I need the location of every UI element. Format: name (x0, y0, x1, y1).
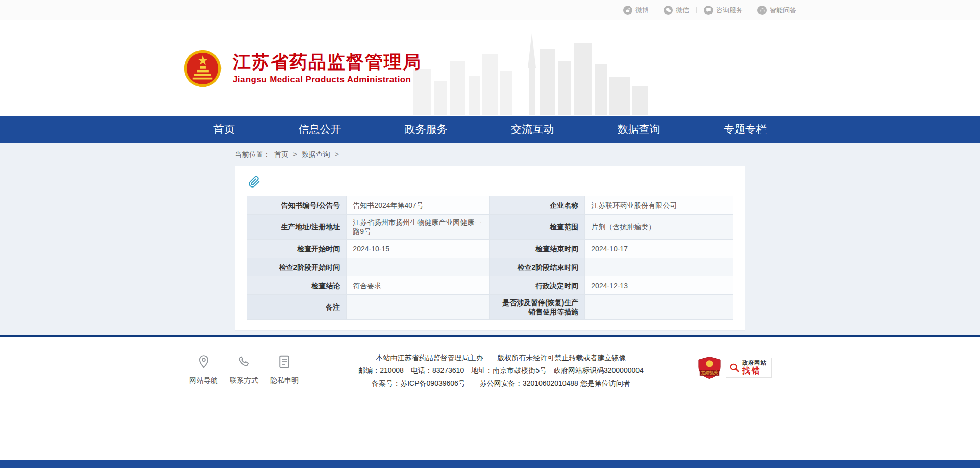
find-error-bottom-label: 找错 (742, 366, 767, 376)
gov-badge-label: 党政机关 (701, 370, 718, 375)
footer-link-sitemap[interactable]: 网站导航 (184, 352, 224, 385)
topbar-label: 微信 (676, 6, 689, 15)
field-value: 2024-10-15 (347, 240, 490, 258)
footer-link-label: 网站导航 (184, 376, 224, 385)
nav-item-special-topics[interactable]: 专题专栏 (720, 116, 771, 143)
field-value: 2024-12-13 (585, 276, 733, 295)
field-label: 生产地址/注册地址 (247, 215, 347, 240)
site-title-block: 江苏省药品监督管理局 Jiangsu Medical Products Admi… (233, 52, 422, 85)
field-label: 检查2阶段结束时间 (490, 258, 585, 276)
footer-info-line-2: 邮编：210008 电话：83273610 地址：南京市鼓楼街5号 政府网站标识… (304, 364, 698, 377)
headset-icon (757, 6, 767, 15)
field-value (585, 295, 733, 320)
field-value: 江苏省扬州市扬州生物健康产业园健康一路9号 (347, 215, 490, 240)
magnifier-icon (729, 363, 740, 373)
inspection-table: 告知书编号/公告号 告知书2024年第407号 企业名称 江苏联环药业股份有限公… (247, 196, 733, 320)
field-label: 检查2阶段开始时间 (247, 258, 347, 276)
footer-quick-links: 网站导航 联系方式 隐私申明 (184, 350, 304, 385)
page-title: 江苏省药品监督管理局 (233, 52, 422, 72)
topbar-item-consult-service[interactable]: 咨询服务 (704, 6, 743, 15)
breadcrumb-separator: > (335, 150, 339, 158)
field-label: 检查结论 (247, 276, 347, 295)
topbar-label: 智能问答 (770, 6, 796, 15)
find-error-top-label: 政府网站 (742, 360, 767, 366)
city-skyline-decoration (403, 32, 669, 115)
field-value (585, 258, 733, 276)
wechat-icon (664, 6, 673, 15)
topbar-label: 微博 (635, 6, 649, 15)
field-value: 江苏联环药业股份有限公司 (585, 196, 733, 215)
footer-info-text: 本站由江苏省药品监督管理局主办 版权所有未经许可禁止转载或者建立镜像 邮编：21… (304, 350, 698, 390)
nav-item-interaction[interactable]: 交流互动 (507, 116, 558, 143)
table-row: 告知书编号/公告号 告知书2024年第407号 企业名称 江苏联环药业股份有限公… (247, 196, 733, 215)
paperclip-icon (248, 175, 261, 189)
nav-item-home[interactable]: 首页 (209, 116, 239, 143)
inspection-detail-card: 告知书编号/公告号 告知书2024年第407号 企业名称 江苏联环药业股份有限公… (235, 166, 745, 331)
main-navigation: 首页 信息公开 政务服务 交流互动 数据查询 专题专栏 (0, 116, 980, 143)
site-header: 江苏省药品监督管理局 Jiangsu Medical Products Admi… (0, 20, 980, 116)
footer-badges: 党政机关 政府网站 找错 (698, 350, 796, 379)
topbar-item-smart-qa[interactable]: 智能问答 (757, 6, 796, 15)
divider (656, 7, 656, 13)
field-label: 备注 (247, 295, 347, 320)
divider (696, 7, 697, 13)
national-emblem-logo[interactable] (184, 50, 222, 87)
site-footer: 网站导航 联系方式 隐私申明 本站由江苏省药品监督管理局主办 版权所有未经许可禁… (0, 337, 980, 468)
field-label: 是否涉及暂停(恢复)生产销售使用等措施 (490, 295, 585, 320)
breadcrumb-prefix: 当前位置： (235, 150, 271, 158)
find-error-badge-text: 政府网站 找错 (742, 360, 767, 376)
field-label: 检查范围 (490, 215, 585, 240)
table-row: 检查结论 符合要求 行政决定时间 2024-12-13 (247, 276, 733, 295)
nav-item-info-disclosure[interactable]: 信息公开 (294, 116, 345, 143)
field-value: 2024-10-17 (585, 240, 733, 258)
footer-link-label: 联系方式 (224, 376, 264, 385)
field-label: 告知书编号/公告号 (247, 196, 347, 215)
breadcrumb: 当前位置： 首页 > 数据查询 > (235, 143, 745, 166)
document-icon (264, 352, 304, 371)
breadcrumb-separator: > (293, 150, 297, 158)
field-label: 行政决定时间 (490, 276, 585, 295)
consult-bubble-icon (704, 6, 713, 15)
footer-link-privacy[interactable]: 隐私申明 (264, 352, 304, 385)
divider (750, 7, 750, 13)
field-label: 检查开始时间 (247, 240, 347, 258)
phone-icon (224, 352, 264, 371)
page-subtitle: Jiangsu Medical Products Administration (233, 75, 422, 85)
party-gov-shield-badge[interactable]: 党政机关 (698, 356, 721, 379)
breadcrumb-current-link[interactable]: 数据查询 (302, 150, 330, 158)
top-utility-bar: 微博 微信 咨询服务 智能问答 (0, 0, 980, 20)
footer-link-contact[interactable]: 联系方式 (224, 352, 264, 385)
nav-item-gov-services[interactable]: 政务服务 (401, 116, 452, 143)
footer-info-line-3: 备案号：苏ICP备09039606号 苏公网安备：32010602010488 … (304, 377, 698, 390)
table-row: 备注 是否涉及暂停(恢复)生产销售使用等措施 (247, 295, 733, 320)
field-value: 符合要求 (347, 276, 490, 295)
main-content-area: 当前位置： 首页 > 数据查询 > 告知书编号/公告号 告知书2024年第407… (0, 143, 980, 335)
topbar-item-weibo[interactable]: 微博 (623, 6, 649, 15)
breadcrumb-home-link[interactable]: 首页 (274, 150, 288, 158)
field-value (347, 295, 490, 320)
field-label: 企业名称 (490, 196, 585, 215)
topbar-label: 咨询服务 (716, 6, 743, 15)
field-label: 检查结束时间 (490, 240, 585, 258)
find-error-badge[interactable]: 政府网站 找错 (726, 358, 772, 378)
bottom-blue-strip (0, 460, 980, 468)
table-row: 生产地址/注册地址 江苏省扬州市扬州生物健康产业园健康一路9号 检查范围 片剂（… (247, 215, 733, 240)
table-row: 检查开始时间 2024-10-15 检查结束时间 2024-10-17 (247, 240, 733, 258)
field-value: 片剂（含抗肿瘤类） (585, 215, 733, 240)
topbar-item-wechat[interactable]: 微信 (664, 6, 689, 15)
table-row: 检查2阶段开始时间 检查2阶段结束时间 (247, 258, 733, 276)
field-value (347, 258, 490, 276)
field-value: 告知书2024年第407号 (347, 196, 490, 215)
location-pin-icon (184, 352, 224, 371)
footer-link-label: 隐私申明 (264, 376, 304, 385)
footer-info-line-1: 本站由江苏省药品监督管理局主办 版权所有未经许可禁止转载或者建立镜像 (304, 352, 698, 364)
nav-item-data-query[interactable]: 数据查询 (614, 116, 665, 143)
weibo-icon (623, 6, 632, 15)
